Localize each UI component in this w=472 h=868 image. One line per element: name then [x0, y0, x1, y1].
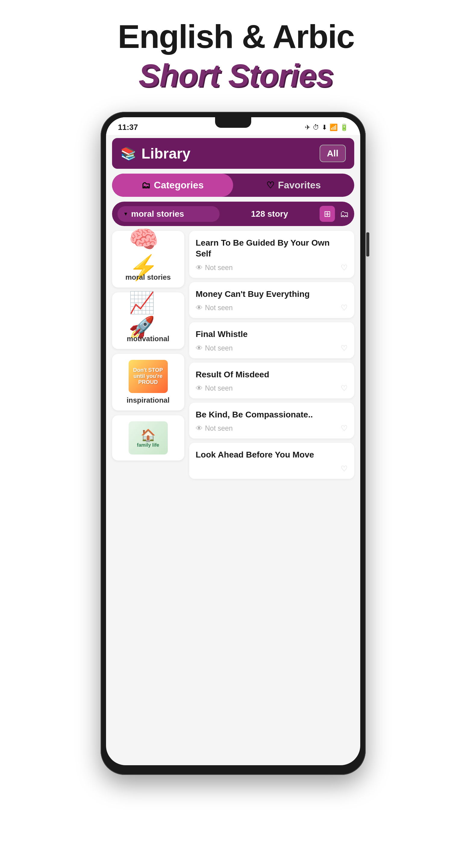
inspirational-label: inspirational: [127, 396, 170, 404]
phone-screen: 11:37 ✈ ⏱ ⬇ 📶 🔋 📚 Library All: [106, 117, 360, 765]
signal-icon: 📶: [330, 124, 338, 131]
filter-bar: ▼ moral stories 128 story ⊞ 🗂: [112, 202, 354, 226]
status-time: 11:37: [118, 123, 138, 132]
favorite-icon-2[interactable]: ♡: [341, 303, 347, 313]
seen-status-4: Not seen: [205, 384, 233, 393]
family-icon: 🏠 family life: [129, 421, 168, 455]
brain-icon: 🧠⚡: [129, 237, 168, 270]
story-meta-1: 👁 Not seen ♡: [196, 263, 347, 273]
category-dropdown[interactable]: ▼ moral stories: [117, 206, 220, 222]
category-card-family[interactable]: 🏠 family life: [112, 415, 184, 461]
story-count: 128 story: [225, 209, 315, 219]
seen-status-5: Not seen: [205, 424, 233, 433]
eye-icon-1: 👁: [196, 264, 203, 272]
story-meta-4: 👁 Not seen ♡: [196, 384, 347, 393]
favorite-icon-1[interactable]: ♡: [341, 263, 347, 273]
story-seen-3: 👁 Not seen: [196, 344, 233, 352]
category-column: 🧠⚡ moral stories 📈🚀 motivational Don't S…: [112, 231, 184, 479]
family-image-text: family life: [137, 442, 159, 448]
inspirational-image-text: Don't STOP until you're PROUD: [129, 367, 168, 385]
airplane-icon: ✈: [305, 124, 310, 131]
story-seen-5: 👁 Not seen: [196, 424, 233, 433]
tab-categories[interactable]: 🗂 Categories: [112, 174, 233, 197]
all-button[interactable]: All: [319, 145, 345, 162]
inspirational-icon: Don't STOP until you're PROUD: [129, 360, 168, 393]
motivational-label: motivational: [127, 335, 169, 343]
story-card-4[interactable]: Result Of Misdeed 👁 Not seen ♡: [189, 363, 354, 398]
story-seen-1: 👁 Not seen: [196, 264, 233, 272]
story-title-5: Be Kind, Be Compassionate..: [196, 409, 347, 420]
app-header-left: 📚 Library: [121, 145, 191, 162]
bookmark-view-button[interactable]: 🗂: [340, 209, 349, 219]
story-card-1[interactable]: Learn To Be Guided By Your Own Self 👁 No…: [189, 231, 354, 278]
seen-status-3: Not seen: [205, 344, 233, 352]
motivational-icon: 📈🚀: [129, 299, 168, 332]
favorite-icon-6[interactable]: ♡: [341, 464, 347, 473]
phone-mockup: 11:37 ✈ ⏱ ⬇ 📶 🔋 📚 Library All: [101, 112, 372, 775]
eye-icon-4: 👁: [196, 384, 203, 393]
library-icon: 📚: [121, 146, 136, 161]
selected-category: moral stories: [131, 209, 184, 219]
status-icons: ✈ ⏱ ⬇ 📶 🔋: [305, 124, 348, 131]
seen-status-2: Not seen: [205, 304, 233, 312]
stories-column: Learn To Be Guided By Your Own Self 👁 No…: [189, 231, 354, 479]
favorite-icon-5[interactable]: ♡: [341, 424, 347, 433]
filter-icons-group: ⊞ 🗂: [319, 206, 349, 222]
category-card-motivational[interactable]: 📈🚀 motivational: [112, 292, 184, 349]
favorite-icon-3[interactable]: ♡: [341, 344, 347, 353]
favorite-icon-4[interactable]: ♡: [341, 384, 347, 393]
timer-icon: ⏱: [313, 124, 319, 131]
phone-frame: 11:37 ✈ ⏱ ⬇ 📶 🔋 📚 Library All: [101, 112, 366, 775]
moral-label: moral stories: [125, 273, 171, 281]
story-seen-4: 👁 Not seen: [196, 384, 233, 393]
category-card-moral[interactable]: 🧠⚡ moral stories: [112, 231, 184, 287]
tab-favorites-label: Favorites: [278, 180, 321, 191]
tab-categories-label: Categories: [154, 180, 204, 191]
story-meta-3: 👁 Not seen ♡: [196, 344, 347, 353]
seen-status-1: Not seen: [205, 264, 233, 272]
story-card-2[interactable]: Money Can't Buy Everything 👁 Not seen ♡: [189, 282, 354, 318]
tab-favorites[interactable]: ♡ Favorites: [233, 174, 354, 197]
eye-icon-2: 👁: [196, 304, 203, 312]
library-title: Library: [142, 145, 191, 162]
story-title-2: Money Can't Buy Everything: [196, 289, 347, 300]
grid-view-button[interactable]: ⊞: [319, 206, 335, 222]
story-card-6[interactable]: Look Ahead Before You Move ♡: [189, 443, 354, 478]
tab-bar: 🗂 Categories ♡ Favorites: [112, 174, 354, 197]
categories-icon: 🗂: [141, 180, 150, 190]
battery-icon: 🔋: [340, 124, 348, 131]
eye-icon-3: 👁: [196, 344, 203, 352]
story-title-6: Look Ahead Before You Move: [196, 450, 347, 460]
story-meta-6: ♡: [196, 464, 347, 473]
download-icon: ⬇: [322, 124, 327, 131]
app-header: 📚 Library All: [112, 138, 354, 169]
heart-icon: ♡: [266, 180, 274, 190]
story-title-3: Final Whistle: [196, 329, 347, 340]
content-area: 🧠⚡ moral stories 📈🚀 motivational Don't S…: [106, 226, 360, 484]
story-meta-5: 👁 Not seen ♡: [196, 424, 347, 433]
story-title-4: Result Of Misdeed: [196, 369, 347, 380]
page-title-line1: English & Arbic: [118, 18, 354, 55]
story-seen-2: 👁 Not seen: [196, 304, 233, 312]
phone-notch: [215, 117, 251, 128]
category-card-inspirational[interactable]: Don't STOP until you're PROUD inspiratio…: [112, 354, 184, 410]
phone-side-button: [366, 232, 369, 256]
story-card-3[interactable]: Final Whistle 👁 Not seen ♡: [189, 322, 354, 358]
story-title-1: Learn To Be Guided By Your Own Self: [196, 238, 347, 259]
dropdown-arrow-icon: ▼: [124, 211, 128, 217]
page-title-line2: Short Stories: [139, 58, 333, 94]
story-meta-2: 👁 Not seen ♡: [196, 303, 347, 313]
eye-icon-5: 👁: [196, 424, 203, 433]
story-card-5[interactable]: Be Kind, Be Compassionate.. 👁 Not seen ♡: [189, 403, 354, 438]
